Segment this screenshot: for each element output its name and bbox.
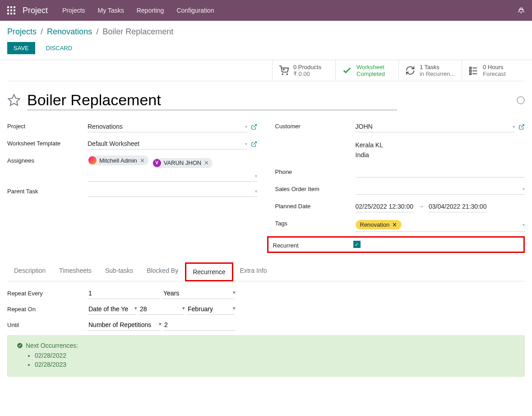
brand[interactable]: Project — [23, 6, 48, 15]
stat-products-count: 0 Products — [293, 64, 321, 70]
svg-rect-17 — [470, 73, 472, 75]
label-assignees: Assignees — [7, 155, 88, 164]
tab-subtasks[interactable]: Sub-tasks — [98, 262, 140, 281]
address-line2: India — [356, 150, 525, 160]
label-until: Until — [7, 322, 88, 328]
label-recurrent: Recurrent — [273, 240, 353, 249]
svg-rect-4 — [10, 9, 12, 11]
planned-start-input[interactable]: 02/25/2022 12:30:00 — [356, 201, 413, 212]
customer-external-link-icon[interactable] — [518, 124, 525, 130]
caret-icon: ▾ — [255, 173, 257, 178]
save-button[interactable]: SAVE — [7, 42, 35, 54]
next-occurrences-alert: Next Occurrences: 02/28/2022 02/28/2023 — [7, 335, 525, 377]
tags-input[interactable]: Renovation ✕ ▾ — [356, 218, 525, 232]
label-customer: Customer — [275, 121, 356, 130]
tag-chip[interactable]: Renovation ✕ — [356, 220, 402, 229]
tab-blocked-by[interactable]: Blocked By — [140, 262, 185, 281]
caret-icon: ▾ — [513, 124, 515, 129]
phone-input[interactable] — [356, 167, 525, 178]
label-repeat-on: Repeat On — [7, 306, 88, 313]
nav-configuration[interactable]: Configuration — [176, 7, 214, 14]
tag-label: Renovation — [360, 221, 390, 228]
remove-icon[interactable]: ✕ — [392, 221, 397, 228]
recurrent-checkbox[interactable]: ✓ — [353, 241, 361, 248]
nav-reporting[interactable]: Reporting — [137, 7, 164, 14]
svg-rect-1 — [10, 6, 12, 8]
status-dot[interactable] — [517, 96, 525, 104]
breadcrumb-sep: / — [41, 27, 43, 36]
sales-order-item-select[interactable]: ▾ — [356, 184, 525, 195]
assignee-name: VARUN JHON — [164, 159, 202, 166]
caret-icon: ▾ — [255, 189, 257, 194]
bug-icon[interactable] — [518, 7, 525, 14]
label-project: Project — [7, 121, 88, 130]
breadcrumb-projects[interactable]: Projects — [7, 27, 37, 36]
breadcrumb-renovations[interactable]: Renovations — [47, 27, 92, 36]
stat-worksheet[interactable]: Worksheet Completed — [335, 60, 398, 81]
planned-end-input[interactable]: 03/04/2022 21:30:00 — [429, 201, 486, 212]
project-external-link-icon[interactable] — [251, 124, 257, 130]
form: 0 Products ₹ 0.00 Worksheet Completed 1 … — [0, 60, 532, 383]
tab-timesheets[interactable]: Timesheets — [52, 262, 98, 281]
stat-products-amount: ₹ 0.00 — [293, 70, 321, 77]
label-worksheet-template: Worksheet Template — [7, 138, 88, 147]
stat-hours[interactable]: 0 Hours Forecast — [462, 60, 525, 81]
repeat-on-day-select[interactable]: 28 — [139, 304, 184, 315]
occurrence-date: 02/28/2022 — [35, 352, 515, 359]
remove-icon[interactable]: ✕ — [140, 157, 145, 164]
check-icon — [342, 65, 352, 75]
arrow-right-icon: → — [418, 203, 424, 210]
svg-rect-3 — [7, 9, 9, 11]
svg-line-22 — [521, 124, 524, 127]
assignees-add[interactable]: ▾ — [88, 171, 257, 182]
svg-point-10 — [287, 74, 287, 75]
address-line1: Kerala KL — [356, 140, 525, 150]
label-sales-order-item: Sales Order Item — [275, 184, 356, 192]
avatar-icon: V — [153, 159, 161, 167]
form-body: Project Renovations ▾ Worksheet Template… — [7, 121, 525, 253]
customer-select[interactable]: JOHN ▾ — [356, 121, 515, 132]
svg-point-9 — [282, 74, 283, 75]
caret-icon: ▾ — [245, 124, 247, 129]
discard-button[interactable]: DISCARD — [42, 42, 77, 54]
project-value: Renovations — [88, 123, 123, 130]
caret-icon: ▾ — [523, 222, 525, 227]
svg-rect-7 — [10, 13, 12, 14]
stat-tasks-count: 1 Tasks — [420, 64, 455, 70]
check-circle-icon — [17, 342, 23, 349]
repeat-on-month-select[interactable]: February — [187, 304, 235, 315]
assignee-chip[interactable]: V VARUN JHON ✕ — [152, 158, 213, 168]
parent-task-select[interactable]: ▾ — [88, 186, 257, 197]
label-tags: Tags — [275, 218, 356, 227]
svg-rect-8 — [14, 13, 15, 14]
until-value-input[interactable] — [163, 319, 236, 331]
breadcrumb: Projects / Renovations / Boiler Replacem… — [0, 21, 532, 40]
action-bar: SAVE DISCARD — [0, 40, 532, 60]
until-type-select[interactable]: Number of Repetitions — [88, 319, 161, 331]
worksheet-external-link-icon[interactable] — [251, 141, 257, 147]
label-repeat-every: Repeat Every — [7, 290, 88, 297]
worksheet-template-select[interactable]: Default Worksheet ▾ — [88, 138, 247, 150]
project-select[interactable]: Renovations ▾ — [88, 121, 247, 132]
svg-rect-2 — [14, 6, 15, 8]
nav-projects[interactable]: Projects — [62, 7, 85, 14]
assignee-chip[interactable]: Mitchell Admin ✕ — [88, 155, 148, 165]
nav-my-tasks[interactable]: My Tasks — [98, 7, 124, 14]
stat-products[interactable]: 0 Products ₹ 0.00 — [272, 60, 335, 81]
task-title-input[interactable] — [27, 90, 397, 110]
stat-tasks[interactable]: 1 Tasks in Recurren... — [398, 60, 462, 81]
tab-description[interactable]: Description — [7, 262, 52, 281]
svg-marker-19 — [9, 95, 20, 106]
apps-icon[interactable] — [7, 6, 15, 14]
svg-rect-13 — [470, 67, 472, 69]
repeat-unit-select[interactable]: Years — [162, 288, 235, 299]
repeat-on-type-select[interactable]: Date of the Year — [88, 304, 136, 315]
svg-rect-5 — [14, 9, 15, 11]
customer-value: JOHN — [356, 123, 373, 130]
remove-icon[interactable]: ✕ — [204, 159, 209, 166]
tab-recurrence[interactable]: Recurrence — [185, 262, 233, 281]
repeat-every-input[interactable] — [88, 288, 160, 299]
star-icon[interactable] — [7, 93, 21, 107]
tab-extra-info[interactable]: Extra Info — [233, 262, 274, 281]
title-row — [7, 81, 525, 121]
